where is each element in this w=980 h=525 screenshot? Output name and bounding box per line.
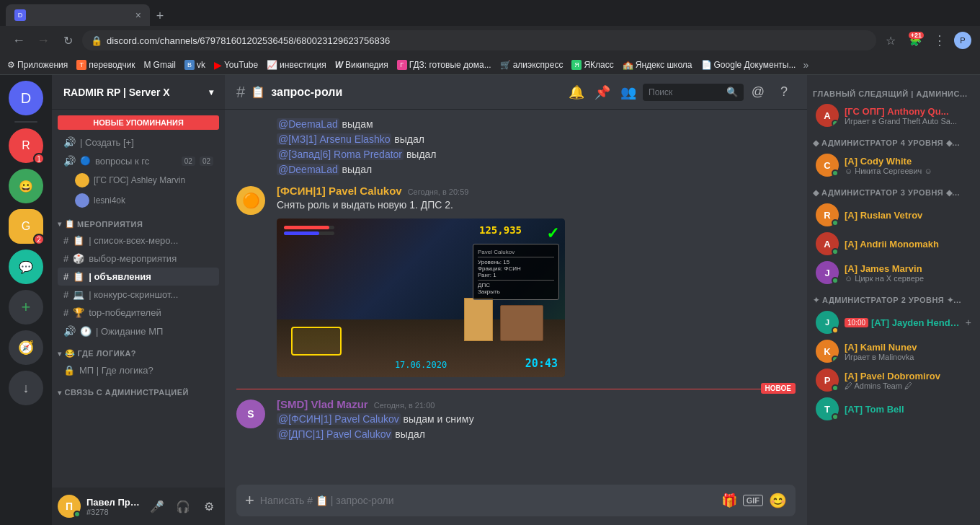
speaker-icon-3: 🔊 — [63, 325, 76, 337]
add-server-button[interactable]: + — [9, 290, 43, 325]
time-badge-jayden: 10:00 — [845, 318, 868, 327]
bookmark-wiki[interactable]: W Википедия — [331, 58, 393, 71]
user-channel-name-ashley: [ГС ГОС] Ashley Marvin — [94, 175, 185, 185]
help-icon-btn[interactable]: ? — [772, 81, 796, 104]
member-info-tom: [AT] Tom Bell — [845, 404, 971, 415]
member-item-tom[interactable]: T [AT] Tom Bell — [810, 394, 977, 423]
download-button[interactable]: ↓ — [9, 371, 43, 405]
server-item-3[interactable]: G 2 — [9, 209, 43, 244]
bookmark-apps[interactable]: ⚙ Приложения — [3, 58, 72, 71]
mention-deema1: @DeemaLad — [277, 118, 339, 130]
channel-logic[interactable]: 🔒 МП | Где логика? — [58, 361, 219, 379]
tab-close-btn[interactable]: × — [135, 9, 141, 21]
profile-button[interactable]: P — [954, 32, 971, 49]
server-home[interactable]: D — [9, 81, 43, 115]
channel-all-events[interactable]: # 📋 | список-всех-меро... — [58, 231, 219, 250]
message-line-1: @DeemaLad выдам — [277, 117, 796, 132]
channel-user-lesni4ok[interactable]: lesni4ok — [69, 190, 219, 211]
status-jayden — [832, 327, 839, 334]
more-menu-btn[interactable]: ⋮ — [930, 30, 950, 50]
forward-button[interactable]: → — [33, 30, 53, 50]
reload-button[interactable]: ↻ — [58, 30, 78, 50]
bookmark-aliexpress[interactable]: 🛒 алиэкспресс — [496, 58, 568, 71]
category-logic[interactable]: ▾ 😂 ГДЕ ЛОГИКА? — [52, 340, 225, 361]
channel-name-logic: МП | Где логика? — [79, 365, 153, 376]
pin-icon-btn[interactable]: 📌 — [591, 81, 614, 104]
gift-icon-btn[interactable]: 🎁 — [721, 493, 737, 508]
category-events[interactable]: ▾ 📋 МЕРОПРИЯТИЯ — [52, 211, 225, 231]
new-messages-badge: НОВОЕ — [761, 383, 796, 394]
member-item-pavel-d[interactable]: P [A] Pavel Dobromirov 🖊 Admins Team 🖊 — [810, 366, 977, 394]
message-text-2: Снять роль и выдать новую 1. ДПС 2. — [277, 198, 796, 213]
user-headset-button[interactable]: 🎧 — [173, 496, 193, 516]
bookmark-invest[interactable]: 📈 инвестиция — [262, 58, 331, 71]
user-tag-display: #3278 — [86, 508, 141, 516]
avatar-kamil: K — [816, 340, 839, 363]
bookmark-google-docs[interactable]: 📄 Google Документы... — [697, 58, 801, 71]
address-bar[interactable]: 🔒 discord.com/channels/67978160120253645… — [82, 30, 876, 50]
bookmark-yandex-school[interactable]: 🏫 Яндекс школа — [618, 58, 697, 71]
gif-button[interactable]: GIF — [743, 495, 763, 506]
channel-waiting[interactable]: 🔊 🕐 | Ожидание МП — [58, 322, 219, 340]
channel-announcements[interactable]: # 📋 | объявления — [58, 268, 219, 286]
channel-screenshots[interactable]: # 💻 | конкурс-скриншот... — [58, 286, 219, 304]
extensions-btn[interactable]: 🧩 +21 — [905, 30, 925, 50]
discover-button[interactable]: 🧭 — [9, 330, 43, 365]
user-area: П Павел Прох... #3278 🎤 🎧 ⚙ — [52, 488, 225, 525]
member-item-kamil[interactable]: K [A] Kamil Nunev Играет в Malinovka — [810, 337, 977, 366]
bookmark-translator[interactable]: T переводчик — [72, 58, 139, 71]
member-item-cody[interactable]: C [A] Cody White ☺ Никита Сергеевич ☺ — [810, 151, 977, 180]
server-item-4[interactable]: 💬 — [9, 250, 43, 284]
user-settings-button[interactable]: ⚙ — [199, 496, 219, 516]
members-section-title-4: ✦ АДМИНИСТРАТОР 2 УРОВНЯ ✦... — [807, 287, 980, 308]
member-item-andrii[interactable]: A [A] Andrii Monomakh — [810, 229, 977, 258]
avatar-tom: T — [816, 397, 839, 420]
more-bookmarks[interactable]: » — [800, 58, 811, 72]
new-tab-button[interactable]: + — [150, 6, 170, 26]
member-item-anthony[interactable]: A [ГС ОПГ] Anthony Qu... Играет в Grand … — [810, 101, 977, 130]
status-tom — [832, 413, 839, 420]
member-item-james[interactable]: J [A] James Marvin ☺ Цирк на X сервере — [810, 258, 977, 287]
message-line-vlad-2: @[ДПС|1] Pavel Calukov выдал — [277, 427, 796, 442]
bookmark-gmail[interactable]: M Gmail — [140, 58, 180, 71]
channel-choose-events[interactable]: # 🎲 выбор-мероприятия — [58, 250, 219, 268]
channel-item-create[interactable]: 🔊 | Создать [+] — [58, 133, 219, 151]
members-section-title-2: ◆ АДМИНИСТРАТОР 4 УРОВНЯ ◆... — [807, 130, 980, 151]
bookmark-youtube[interactable]: ▶ YouTube — [210, 58, 262, 72]
category-label-admin: СВЯЗЬ С АДМИНИСТРАЦИЕЙ — [65, 388, 189, 397]
servers-sidebar: D R 1 😀 G 2 💬 + 🧭 ↓ — [0, 75, 52, 525]
search-icon: 🔍 — [726, 87, 738, 97]
channel-top-winners[interactable]: # 🏆 top-победителей — [58, 304, 219, 322]
bookmark-gdz[interactable]: Г ГДЗ: готовые дома... — [393, 58, 496, 71]
bell-icon-btn[interactable]: 🔔 — [565, 81, 588, 104]
search-box[interactable]: Поиск 🔍 — [643, 84, 744, 101]
server-divider — [14, 121, 37, 123]
mentions-button[interactable]: НОВЫЕ УПОМИНАНИЯ — [58, 115, 219, 130]
server-name-header[interactable]: RADMIR RP | Server X ▾ — [52, 75, 225, 110]
channel-user-ashley[interactable]: [ГС ГОС] Ashley Marvin — [69, 170, 219, 190]
channel-item-questions[interactable]: 🔊 🔵 вопросы к гс 02 02 — [58, 151, 219, 170]
category-admin[interactable]: ▾ СВЯЗЬ С АДМИНИСТРАЦИЕЙ — [52, 379, 225, 400]
chat-input-box[interactable]: + Написать # 📋 | запрос-роли 🎁 GIF 😊 — [236, 485, 796, 516]
badge-02-2: 02 — [200, 156, 213, 166]
bookmark-icon[interactable]: ☆ — [881, 30, 901, 50]
member-info-anthony: [ГС ОПГ] Anthony Qu... Играет в Grand Th… — [845, 106, 971, 125]
bookmark-vk[interactable]: В vk — [180, 58, 210, 71]
at-icon-btn[interactable]: @ — [747, 81, 770, 104]
bookmark-yaklass[interactable]: Я ЯКласс — [567, 58, 618, 71]
add-attachment-btn[interactable]: + — [245, 491, 254, 510]
hash-icon-2: # — [63, 253, 68, 264]
active-tab[interactable]: D × — [6, 4, 150, 26]
member-item-ruslan[interactable]: R [A] Ruslan Vetrov — [810, 200, 977, 229]
server-item-2[interactable]: 😀 — [9, 169, 43, 203]
mention-dps-pavel: @[ДПС|1] Pavel Calukov — [277, 428, 392, 440]
members-icon-btn[interactable]: 👥 — [617, 81, 640, 104]
input-field-placeholder[interactable]: Написать # 📋 | запрос-роли — [260, 495, 716, 506]
hash-icon-header: # — [236, 83, 245, 102]
channel-name-waiting: | Ожидание МП — [96, 326, 163, 337]
emoji-btn[interactable]: 😊 — [769, 492, 787, 509]
user-mute-button[interactable]: 🎤 — [147, 496, 167, 516]
server-item-1[interactable]: R 1 — [9, 128, 43, 163]
member-item-jayden[interactable]: J 10:00 [AT] Jayden Henderson + — [810, 308, 977, 337]
back-button[interactable]: ← — [9, 30, 29, 50]
